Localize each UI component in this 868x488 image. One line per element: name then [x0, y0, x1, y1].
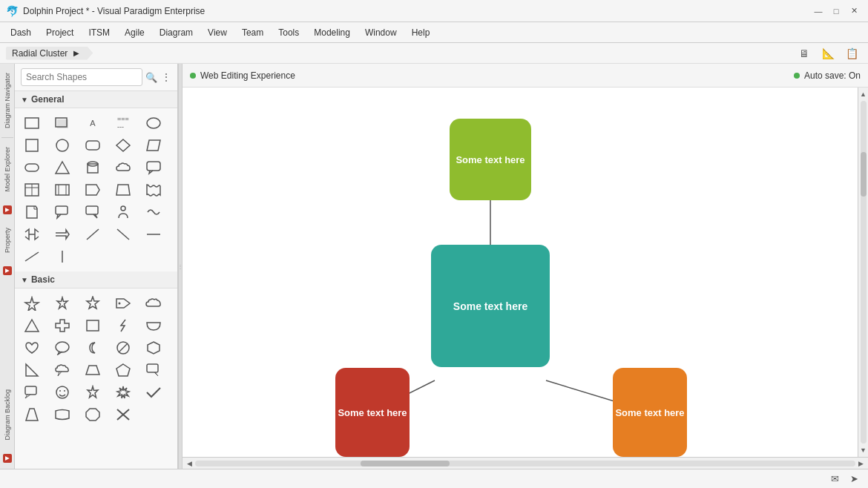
shape-speech-oval[interactable] [51, 337, 73, 358]
node-top[interactable]: Some text here [450, 119, 531, 200]
diagram-navigator-tab[interactable]: Diagram Navigator [2, 67, 13, 134]
more-options-button[interactable]: ⋮ [160, 70, 171, 85]
shape-table[interactable] [21, 179, 43, 200]
breadcrumb[interactable]: Radial Cluster ▶ [6, 47, 93, 60]
shape-text-line[interactable]: ===--- [112, 113, 134, 133]
diagram-backlog-tab[interactable]: Diagram Backlog [2, 383, 13, 446]
shape-square[interactable] [21, 135, 43, 156]
shape-trapezoid[interactable] [112, 179, 134, 200]
toolbar-icon-2[interactable]: 📐 [818, 44, 838, 62]
shape-stadium[interactable] [21, 157, 43, 178]
shape-text[interactable]: A [82, 113, 104, 133]
shape-rectangle-shadow[interactable] [51, 113, 73, 133]
shape-star-outline[interactable] [82, 382, 104, 403]
vscroll-up-button[interactable]: ▲ [858, 89, 868, 99]
close-button[interactable]: ✕ [846, 3, 862, 19]
shape-speech-bubble[interactable] [142, 157, 165, 178]
general-section-header[interactable]: ▼ General [15, 91, 177, 108]
shape-wave[interactable] [142, 179, 165, 200]
hscroll-track[interactable] [195, 461, 855, 466]
shape-bowl[interactable] [142, 315, 165, 336]
shape-lightning[interactable] [112, 315, 134, 336]
shape-triangle2[interactable] [21, 315, 43, 336]
shape-no[interactable] [112, 337, 134, 358]
model-explorer-tab[interactable]: Model Explorer [2, 141, 13, 198]
search-icon-button[interactable]: 🔍 [145, 70, 157, 85]
shape-line-diagonal1[interactable] [82, 224, 104, 245]
shape-pentagon-arrow[interactable] [82, 179, 104, 200]
shape-tag[interactable] [112, 293, 134, 314]
shape-banner[interactable] [51, 404, 73, 425]
vscroll-track[interactable] [861, 101, 867, 444]
shape-octagon[interactable] [82, 404, 104, 425]
shape-diamond[interactable] [112, 135, 134, 156]
shape-heart[interactable] [21, 337, 43, 358]
shape-pentagon[interactable] [112, 360, 134, 380]
shape-callout-speech[interactable] [82, 202, 104, 222]
shape-doc[interactable] [21, 202, 43, 222]
maximize-button[interactable]: □ [828, 3, 844, 19]
canvas-hscroll[interactable]: ◀ ▶ [183, 457, 868, 469]
shape-cylinder[interactable] [82, 157, 104, 178]
canvas-vscroll[interactable]: ▲ ▼ [858, 88, 868, 457]
canvas-content[interactable]: Some text here Some text here Some text … [183, 88, 858, 457]
shape-line-vertical[interactable] [51, 246, 73, 267]
hscroll-right-button[interactable]: ▶ [857, 458, 865, 469]
shape-cloud[interactable] [112, 157, 134, 178]
shape-arrow-right[interactable] [51, 224, 73, 245]
shape-right-triangle[interactable] [21, 360, 43, 380]
hscroll-left-button[interactable]: ◀ [185, 458, 194, 469]
shape-rounded-rect[interactable] [82, 135, 104, 156]
shape-callout-rect[interactable] [51, 202, 73, 222]
shape-check[interactable] [142, 382, 165, 403]
shape-speech-right[interactable] [142, 360, 165, 380]
shape-speech-cloud[interactable] [51, 360, 73, 380]
shape-double-arrow[interactable] [21, 224, 43, 245]
shape-rectangle-outline[interactable] [21, 113, 43, 133]
shape-line-right[interactable] [142, 224, 165, 245]
shape-smiley[interactable] [51, 382, 73, 403]
menu-agile[interactable]: Agile [117, 24, 152, 41]
shape-trapezoid2[interactable] [82, 360, 104, 380]
property-tab[interactable]: Property [2, 222, 13, 259]
shape-line-diagonal3[interactable] [21, 246, 43, 267]
bottom-mail-icon[interactable]: ✉ [826, 471, 843, 487]
shape-square2[interactable] [82, 315, 104, 336]
shape-trapezoid3[interactable] [21, 404, 43, 425]
vscroll-down-button[interactable]: ▼ [858, 445, 868, 455]
bottom-arrow-icon[interactable]: ➤ [846, 471, 862, 487]
menu-team[interactable]: Team [234, 24, 271, 41]
search-shapes-input[interactable] [21, 68, 142, 86]
shape-parallelogram[interactable] [142, 135, 165, 156]
menu-modeling[interactable]: Modeling [306, 24, 358, 41]
shape-cross[interactable] [51, 315, 73, 336]
shape-ellipse[interactable] [142, 113, 165, 133]
minimize-button[interactable]: — [810, 3, 826, 19]
shape-star6[interactable] [82, 293, 104, 314]
toolbar-icon-3[interactable]: 📋 [841, 44, 862, 62]
shape-speech-left[interactable] [21, 382, 43, 403]
toolbar-icon-1[interactable]: 🖥 [794, 44, 815, 62]
shape-burst-star[interactable] [112, 382, 134, 403]
menu-help[interactable]: Help [404, 24, 438, 41]
menu-itsm[interactable]: ITSM [81, 24, 117, 41]
shapes-scroll-area[interactable]: ▼ General A ===--- [15, 91, 177, 469]
menu-project[interactable]: Project [39, 24, 81, 41]
node-center[interactable]: Some text here [431, 245, 550, 367]
shape-star4[interactable] [21, 293, 43, 314]
hscroll-thumb[interactable] [361, 461, 450, 466]
shape-process[interactable] [51, 179, 73, 200]
node-left[interactable]: Some text here [335, 368, 410, 457]
shape-squiggle[interactable] [142, 202, 165, 222]
node-right[interactable]: Some text here [613, 368, 687, 457]
menu-window[interactable]: Window [358, 24, 404, 41]
shape-person[interactable] [112, 202, 134, 222]
shape-crescent[interactable] [82, 337, 104, 358]
shape-cloud2[interactable] [142, 293, 165, 314]
shape-hexagon[interactable] [142, 337, 165, 358]
menu-view[interactable]: View [200, 24, 234, 41]
shape-xmark[interactable] [112, 404, 134, 425]
menu-diagram[interactable]: Diagram [152, 24, 200, 41]
basic-section-header[interactable]: ▼ Basic [15, 271, 177, 288]
menu-tools[interactable]: Tools [271, 24, 306, 41]
